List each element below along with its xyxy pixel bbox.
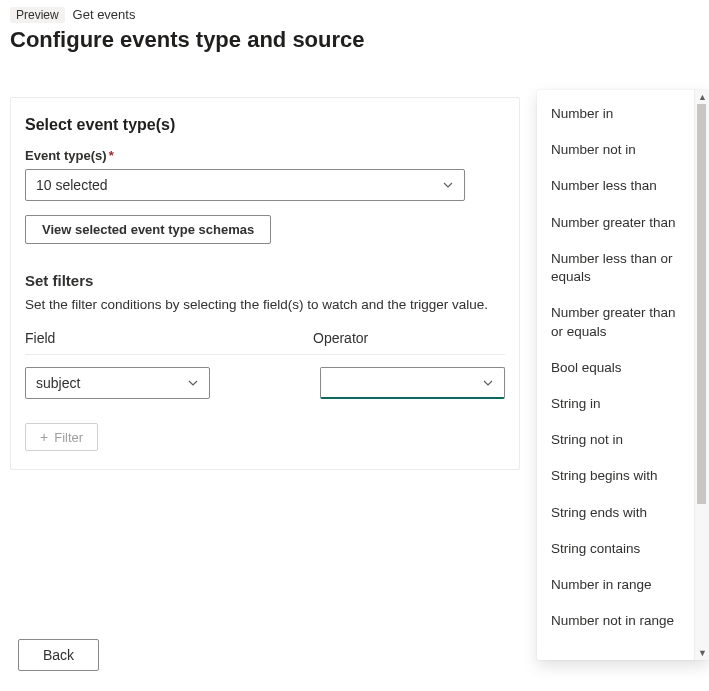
scrollbar-thumb[interactable] xyxy=(697,104,706,504)
filter-header-operator: Operator xyxy=(313,330,505,346)
operator-option[interactable]: Number greater than xyxy=(537,205,694,241)
operator-option[interactable]: Number not in range xyxy=(537,603,694,639)
plus-icon: + xyxy=(40,429,48,445)
operator-option[interactable]: Number in range xyxy=(537,567,694,603)
required-marker: * xyxy=(109,148,114,163)
page-title: Configure events type and source xyxy=(10,27,699,53)
event-types-label-text: Event type(s) xyxy=(25,148,107,163)
operator-option[interactable]: Number greater than or equals xyxy=(537,295,694,349)
preview-badge: Preview xyxy=(10,7,65,23)
back-button[interactable]: Back xyxy=(18,639,99,671)
operator-option[interactable]: Number in xyxy=(537,96,694,132)
filters-section-title: Set filters xyxy=(25,272,505,289)
field-dropdown[interactable]: subject xyxy=(25,367,210,399)
operator-option[interactable]: String contains xyxy=(537,531,694,567)
operator-option[interactable]: String ends with xyxy=(537,495,694,531)
operator-option[interactable]: Number less than xyxy=(537,168,694,204)
chevron-down-icon xyxy=(482,377,494,389)
field-dropdown-value: subject xyxy=(36,375,80,391)
operator-option[interactable]: String not in xyxy=(537,422,694,458)
scroll-down-icon[interactable]: ▼ xyxy=(695,646,709,660)
operator-option[interactable]: Bool equals xyxy=(537,350,694,386)
main-panel: Select event type(s) Event type(s)* 10 s… xyxy=(10,97,520,470)
filters-description: Set the filter conditions by selecting t… xyxy=(25,297,505,312)
operator-option[interactable]: Number less than or equals xyxy=(537,241,694,295)
operator-option[interactable]: Number not in xyxy=(537,132,694,168)
event-types-dropdown-value: 10 selected xyxy=(36,177,108,193)
chevron-down-icon xyxy=(187,377,199,389)
operator-option[interactable]: String in xyxy=(537,386,694,422)
operator-option[interactable]: String begins with xyxy=(537,458,694,494)
chevron-down-icon xyxy=(442,179,454,191)
filter-header-row: Field Operator xyxy=(25,330,505,355)
event-types-section-title: Select event type(s) xyxy=(25,116,505,134)
header-subtitle: Get events xyxy=(73,7,136,22)
add-filter-button[interactable]: + Filter xyxy=(25,423,98,451)
event-types-dropdown[interactable]: 10 selected xyxy=(25,169,465,201)
operator-dropdown[interactable] xyxy=(320,367,505,399)
view-schemas-button[interactable]: View selected event type schemas xyxy=(25,215,271,244)
event-types-field-label: Event type(s)* xyxy=(25,148,505,163)
filter-header-field: Field xyxy=(25,330,313,346)
operator-menu-list[interactable]: Number in Number not in Number less than… xyxy=(537,90,694,660)
operator-dropdown-menu: Number in Number not in Number less than… xyxy=(537,90,709,660)
add-filter-label: Filter xyxy=(54,430,83,445)
scrollbar[interactable]: ▲ ▼ xyxy=(694,90,709,660)
filter-row: subject xyxy=(25,367,505,399)
scroll-up-icon[interactable]: ▲ xyxy=(695,90,709,104)
